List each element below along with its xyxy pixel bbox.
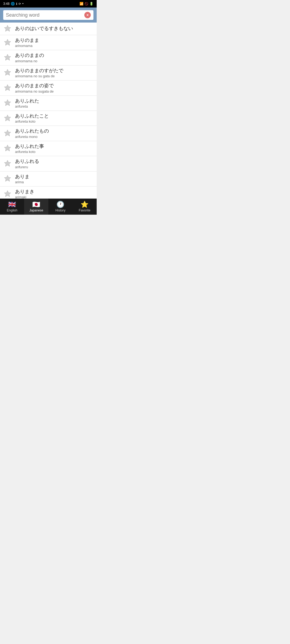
word-text: ありのままのすがたでarinomama no su gata de [15, 68, 93, 78]
status-left: 3:48 🌐 ℹ ⟳ • [3, 2, 24, 6]
word-japanese: ありのままのすがたで [15, 68, 93, 74]
favorite-nav-icon: ⭐ [81, 201, 89, 208]
list-item[interactable]: ありまarima [0, 171, 97, 186]
battery-icon: 🔋 [89, 2, 93, 6]
list-item[interactable]: ありまきarimaki [0, 186, 97, 199]
list-item[interactable]: ありふれたものarifureta mono [0, 126, 97, 141]
word-text: ありまarima [15, 174, 93, 184]
word-romaji: arifureta koto [15, 119, 93, 123]
word-japanese: ありふれたこと [15, 113, 93, 119]
svg-marker-10 [4, 175, 11, 181]
word-list: ありのはいでるすきもない ありのままarinomama ありのままのarinom… [0, 23, 97, 199]
time-display: 3:48 [3, 2, 9, 6]
svg-marker-4 [4, 85, 11, 91]
word-japanese: ありのはいでるすきもない [15, 25, 93, 32]
word-romaji: arifureru [15, 165, 93, 169]
list-item[interactable]: ありのままarinomama [0, 35, 97, 50]
word-japanese: ありまき [15, 189, 93, 195]
list-item[interactable]: ありふれた事arifureta koto [0, 141, 97, 156]
status-bar: 3:48 🌐 ℹ ⟳ • 📶 🚫 🔋 [0, 0, 97, 8]
clear-icon: × [84, 12, 91, 18]
svg-marker-6 [4, 115, 11, 121]
nav-item-japanese[interactable]: 🇯🇵Japanese [24, 199, 48, 215]
word-japanese: ありのままの姿で [15, 83, 93, 89]
info-icon: ℹ [16, 2, 17, 6]
japanese-nav-label: Japanese [29, 208, 43, 212]
nav-item-history[interactable]: 🕐History [48, 199, 73, 215]
word-romaji: arinomama no sugata de [15, 89, 93, 93]
blocked-icon: 🚫 [85, 2, 88, 6]
word-text: ありふれたarifureta [15, 98, 93, 108]
word-japanese: ありのまま [15, 37, 93, 43]
svg-marker-9 [4, 160, 11, 166]
bottom-nav: 🇬🇧English🇯🇵Japanese🕐History⭐Favorite [0, 199, 97, 215]
word-japanese: ありふれる [15, 158, 93, 164]
word-text: ありのはいでるすきもない [15, 25, 93, 32]
list-item[interactable]: ありのはいでるすきもない [0, 23, 97, 35]
word-romaji: arifureta mono [15, 135, 93, 139]
clear-button[interactable]: × [84, 12, 91, 18]
list-item[interactable]: ありのままのarinomama no [0, 50, 97, 65]
history-nav-icon: 🕐 [56, 201, 64, 208]
english-nav-icon: 🇬🇧 [8, 201, 16, 208]
favorite-star-icon[interactable] [4, 39, 12, 47]
wifi-icon: 📶 [79, 2, 84, 6]
svg-marker-8 [4, 145, 11, 151]
list-item[interactable]: ありふれたarifureta [0, 96, 97, 111]
favorite-star-icon[interactable] [4, 84, 12, 92]
word-japanese: ありふれたもの [15, 128, 93, 134]
search-input-wrapper: × [3, 10, 93, 20]
word-romaji: arifureta koto [15, 150, 93, 154]
word-romaji: arifureta [15, 104, 93, 108]
word-text: ありのままarinomama [15, 37, 93, 48]
word-japanese: ありふれた [15, 98, 93, 104]
status-right: 📶 🚫 🔋 [79, 2, 93, 6]
nav-item-favorite[interactable]: ⭐Favorite [73, 199, 97, 215]
english-nav-label: English [7, 208, 17, 212]
favorite-star-icon[interactable] [4, 99, 12, 107]
favorite-star-icon[interactable] [4, 25, 12, 33]
favorite-star-icon[interactable] [4, 69, 12, 77]
svg-marker-7 [4, 130, 11, 136]
word-text: ありふれた事arifureta koto [15, 143, 93, 154]
favorite-nav-label: Favorite [79, 208, 90, 212]
sync-icon: ⟳ [19, 2, 21, 6]
svg-marker-5 [4, 100, 11, 106]
word-romaji: arinomama no [15, 59, 93, 63]
svg-marker-0 [4, 25, 11, 31]
word-romaji: arinomama no su gata de [15, 74, 93, 78]
word-text: ありふれるarifureru [15, 158, 93, 169]
list-item[interactable]: ありふれるarifureru [0, 156, 97, 171]
favorite-star-icon[interactable] [4, 175, 12, 183]
word-japanese: ありふれた事 [15, 143, 93, 149]
svg-marker-2 [4, 54, 11, 60]
favorite-star-icon[interactable] [4, 190, 12, 198]
word-text: ありふれたことarifureta koto [15, 113, 93, 123]
svg-marker-11 [4, 191, 11, 197]
dot-icon: • [22, 2, 23, 6]
word-romaji: arinomama [15, 44, 93, 48]
word-text: ありまきarimaki [15, 189, 93, 199]
japanese-nav-icon: 🇯🇵 [32, 201, 40, 208]
favorite-star-icon[interactable] [4, 54, 12, 62]
word-romaji: arimaki [15, 195, 93, 199]
favorite-star-icon[interactable] [4, 129, 12, 137]
favorite-star-icon[interactable] [4, 114, 12, 122]
emoji-icon: 🌐 [11, 2, 15, 6]
favorite-star-icon[interactable] [4, 144, 12, 152]
svg-marker-1 [4, 39, 11, 45]
favorite-star-icon[interactable] [4, 160, 12, 168]
word-japanese: ありま [15, 174, 93, 180]
word-text: ありのままの姿でarinomama no sugata de [15, 83, 93, 93]
nav-item-english[interactable]: 🇬🇧English [0, 199, 24, 215]
word-text: ありのままのarinomama no [15, 52, 93, 63]
search-input[interactable] [6, 12, 84, 18]
word-japanese: ありのままの [15, 52, 93, 58]
list-item[interactable]: ありふれたことarifureta koto [0, 111, 97, 126]
word-romaji: arima [15, 180, 93, 184]
search-bar-container: × [0, 8, 97, 23]
list-item[interactable]: ありのままの姿でarinomama no sugata de [0, 80, 97, 96]
svg-marker-3 [4, 69, 11, 75]
history-nav-label: History [55, 208, 65, 212]
list-item[interactable]: ありのままのすがたでarinomama no su gata de [0, 65, 97, 80]
